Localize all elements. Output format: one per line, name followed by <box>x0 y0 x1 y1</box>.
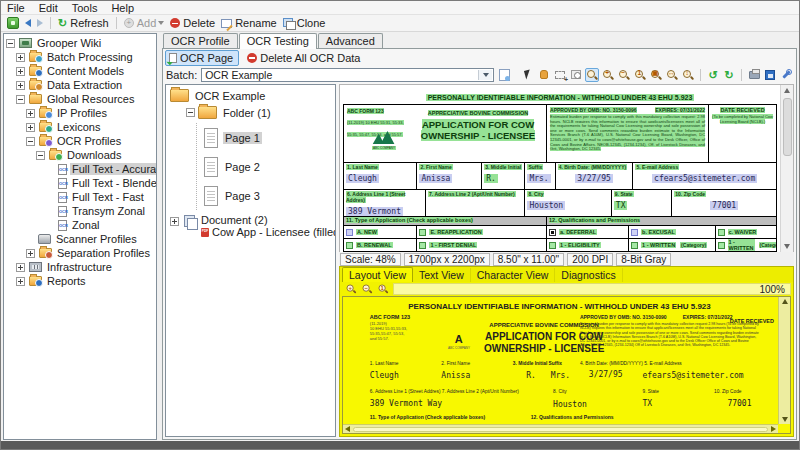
add-button[interactable]: +Add <box>124 17 165 29</box>
tree-item-lexicons[interactable]: Lexicons <box>4 120 156 134</box>
checkbox[interactable] <box>419 242 426 249</box>
expand-icon[interactable] <box>16 67 25 76</box>
delete-all-ocr-button[interactable]: Delete All OCR Data <box>247 52 360 64</box>
tab-text-view[interactable]: Text View <box>413 268 471 282</box>
tree-item-global-resources[interactable]: Global Resources <box>4 92 156 106</box>
tree-item-reports[interactable]: Reports <box>4 274 156 288</box>
print-icon[interactable] <box>747 68 761 82</box>
scanned-form-page[interactable]: PERSONALLY IDENTIFIABLE INFORMATION - WI… <box>340 85 780 252</box>
refresh-button[interactable]: ↻Refresh <box>58 17 109 29</box>
layout-zoom-in-icon[interactable]: + <box>344 282 358 296</box>
tree-item-separation-profiles[interactable]: Separation Profiles <box>4 246 156 260</box>
checkbox[interactable] <box>631 242 638 249</box>
rename-button[interactable]: Rename <box>221 17 277 29</box>
collapse-icon[interactable] <box>36 151 45 160</box>
collapse-icon[interactable] <box>6 39 15 48</box>
menu-edit[interactable]: Edit <box>39 2 58 14</box>
page-1-node[interactable]: Page 1 <box>204 123 335 152</box>
checkbox[interactable] <box>549 242 556 249</box>
dropdown-arrow-icon[interactable] <box>478 70 492 80</box>
tab-ocr-profile[interactable]: OCR Profile <box>163 33 238 48</box>
tree-item-full-text-blended[interactable]: Full Text - Blended <box>4 176 156 190</box>
scroll-up-icon[interactable] <box>781 85 793 96</box>
checkbox[interactable] <box>419 229 426 236</box>
tab-advanced[interactable]: Advanced <box>318 33 383 48</box>
batch-root-node[interactable]: OCR Example <box>170 89 335 102</box>
home-button[interactable] <box>7 17 19 29</box>
tab-character-view[interactable]: Character View <box>471 268 556 282</box>
settings-wrench-icon[interactable] <box>779 68 793 82</box>
layout-zoom-actual-icon[interactable]: 1 <box>376 282 390 296</box>
checkbox-checked[interactable] <box>549 229 556 236</box>
tree-item-downloads[interactable]: Downloads <box>4 148 156 162</box>
delete-button[interactable]: Delete <box>170 17 215 29</box>
tree-item-infrastructure[interactable]: Infrastructure <box>4 260 156 274</box>
select-region-tool-icon[interactable] <box>553 68 567 82</box>
batch-document-icon[interactable] <box>499 69 510 81</box>
tree-item-full-text-accurate[interactable]: Full Text - Accurate <box>4 162 156 176</box>
document-node[interactable]: Document (2) Cow App - Licensee (filled … <box>170 214 335 238</box>
expand-icon[interactable] <box>26 249 35 258</box>
tree-item-content-models[interactable]: Content Models <box>4 64 156 78</box>
tab-layout-view[interactable]: Layout View <box>342 267 413 282</box>
pointer-tool-icon[interactable] <box>521 68 535 82</box>
tree-item-transym-zonal[interactable]: Transym Zonal <box>4 204 156 218</box>
tree-item-ip-profiles[interactable]: IP Profiles <box>4 106 156 120</box>
tab-ocr-testing[interactable]: OCR Testing <box>239 33 317 49</box>
magnifier-tool-icon[interactable] <box>585 68 599 82</box>
scroll-right-icon[interactable] <box>771 426 776 432</box>
tree-item-batch-processing[interactable]: Batch Processing <box>4 50 156 64</box>
expand-icon[interactable] <box>16 277 25 286</box>
scroll-left-icon[interactable] <box>345 426 350 432</box>
layout-vertical-scrollbar[interactable] <box>778 297 790 424</box>
menu-tools[interactable]: Tools <box>72 2 98 14</box>
zoom-fit-page-icon[interactable]: ▣ <box>649 68 663 82</box>
collapse-icon[interactable] <box>16 95 25 104</box>
collapse-icon[interactable] <box>186 108 195 117</box>
scroll-down-icon[interactable] <box>781 241 793 252</box>
batch-select[interactable]: OCR Example <box>201 68 494 82</box>
expand-icon[interactable] <box>26 123 35 132</box>
tree-item-zonal[interactable]: Zonal <box>4 218 156 232</box>
zoom-fit-height-icon[interactable]: ↕ <box>681 68 695 82</box>
zoom-out-icon[interactable]: − <box>617 68 631 82</box>
expand-icon[interactable] <box>16 263 25 272</box>
ocr-page-button[interactable]: OCR Page <box>165 50 239 66</box>
checkbox[interactable] <box>631 229 638 236</box>
checkbox[interactable] <box>718 242 725 249</box>
back-button[interactable] <box>25 19 31 27</box>
checkbox[interactable] <box>718 229 725 236</box>
layout-zoom-out-icon[interactable]: − <box>360 282 374 296</box>
pan-hand-tool-icon[interactable] <box>537 68 551 82</box>
tree-item-ocr-profiles[interactable]: OCR Profiles <box>4 134 156 148</box>
clone-button[interactable]: Clone <box>283 17 326 29</box>
tree-item-grooper-wiki[interactable]: Grooper Wiki <box>4 36 156 50</box>
viewer-vertical-scrollbar[interactable] <box>780 85 793 252</box>
tree-item-full-text-fast[interactable]: Full Text - Fast <box>4 190 156 204</box>
rotate-cw-icon[interactable]: ↻ <box>722 68 736 82</box>
zoom-region-tool-icon[interactable] <box>569 68 583 82</box>
page-3-node[interactable]: Page 3 <box>204 181 335 210</box>
expand-icon[interactable] <box>16 53 25 62</box>
zoom-fit-width-icon[interactable]: ↔ <box>665 68 679 82</box>
checkbox[interactable] <box>346 242 353 249</box>
tree-item-data-extraction[interactable]: Data Extraction <box>4 78 156 92</box>
checkbox[interactable] <box>346 229 353 236</box>
folder-node[interactable]: Folder (1) <box>186 106 335 119</box>
scrollbar-thumb[interactable] <box>353 427 768 432</box>
tree-item-scanner-profiles[interactable]: Scanner Profiles <box>4 232 156 246</box>
collapse-icon[interactable] <box>26 137 35 146</box>
tab-diagnostics[interactable]: Diagnostics <box>555 268 622 282</box>
layout-view-document[interactable]: PERSONALLY IDENTIFIABLE INFORMATION - WI… <box>342 296 791 434</box>
rotate-ccw-icon[interactable]: ↺ <box>706 68 720 82</box>
expand-icon[interactable] <box>170 217 179 226</box>
page-2-node[interactable]: Page 2 <box>204 152 335 181</box>
menu-help[interactable]: Help <box>111 2 134 14</box>
expand-icon[interactable] <box>16 81 25 90</box>
zoom-in-icon[interactable]: + <box>601 68 615 82</box>
zoom-actual-size-icon[interactable]: 1 <box>633 68 647 82</box>
layout-horizontal-scrollbar[interactable] <box>343 424 778 433</box>
save-icon[interactable] <box>763 68 777 82</box>
forward-button[interactable] <box>37 19 43 27</box>
scrollbar-thumb[interactable] <box>783 98 792 156</box>
